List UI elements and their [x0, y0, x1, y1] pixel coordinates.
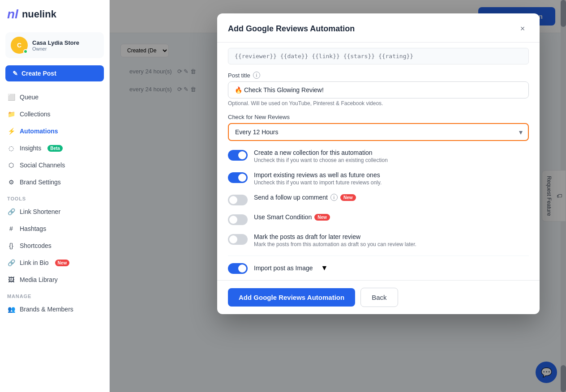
main-content: Add Automation Created (De every 24 hour…: [110, 0, 566, 392]
import-image-title: Import post as Image: [254, 264, 313, 272]
folder-icon: 📁: [7, 110, 15, 118]
sidebar-item-shortcodes[interactable]: {} Shortcodes: [0, 237, 109, 254]
check-reviews-select[interactable]: Every 1 Hour Every 6 Hours Every 12 Hour…: [228, 123, 529, 141]
share-icon: ⬡: [7, 161, 15, 169]
check-reviews-field: Check for New Reviews Every 1 Hour Every…: [228, 114, 529, 141]
create-post-button[interactable]: ✎ Create Post: [5, 65, 104, 81]
sidebar-item-label: Insights: [20, 145, 41, 152]
sidebar-item-label: Shortcodes: [20, 242, 51, 249]
follow-up-title: Send a follow up comment i New: [254, 194, 529, 201]
post-title-field: Post title i Optional. Will be used on Y…: [228, 72, 529, 107]
expand-icon[interactable]: ▼: [319, 263, 330, 273]
sidebar-item-label: Hashtags: [20, 225, 46, 232]
import-image-row: Import post as Image ▼: [228, 256, 529, 280]
sidebar-item-collections[interactable]: 📁 Collections: [0, 106, 109, 123]
create-collection-toggle[interactable]: [228, 150, 248, 161]
follow-up-info-icon[interactable]: i: [330, 194, 338, 201]
add-automation-modal: Add Google Reviews Automation × {{review…: [217, 13, 540, 314]
post-title-input[interactable]: [228, 81, 529, 98]
users-icon: 👥: [7, 305, 15, 313]
back-button[interactable]: Back: [360, 288, 398, 307]
image-icon: 🖼: [7, 276, 15, 284]
follow-up-new-badge: New: [340, 194, 356, 201]
sidebar-item-label: Link in Bio: [20, 259, 49, 266]
create-collection-content: Create a new collection for this automat…: [254, 149, 529, 163]
create-post-icon: ✎: [13, 70, 18, 77]
chart-icon: ◌: [7, 144, 15, 152]
braces-icon: {}: [7, 242, 15, 250]
post-title-hint: Optional. Will be used on YouTube, Pinte…: [228, 100, 529, 107]
user-card[interactable]: C Casa Lydia Store Owner: [5, 32, 104, 58]
mark-draft-toggle-row: Mark the posts as draft for later review…: [228, 233, 529, 247]
sidebar-item-automations[interactable]: ⚡ Automations: [0, 123, 109, 140]
smart-condition-content: Use Smart Condition New: [254, 213, 529, 221]
sidebar-item-queue[interactable]: ⬜ Queue: [0, 89, 109, 106]
logo-text: nuelink: [22, 9, 56, 20]
logo: nl nuelink: [0, 7, 109, 29]
mark-draft-toggle[interactable]: [228, 234, 248, 245]
manage-section-label: MANAGE: [0, 288, 109, 301]
create-collection-desc: Uncheck this if you want to choose an ex…: [254, 157, 529, 163]
sidebar-item-link-in-bio[interactable]: 🔗 Link in Bio New: [0, 254, 109, 271]
link-icon: 🔗: [7, 208, 15, 216]
sidebar-item-label: Link Shortener: [20, 208, 60, 215]
smart-condition-title: Use Smart Condition New: [254, 213, 529, 221]
app-container: nl nuelink C Casa Lydia Store Owner ✎ Cr…: [0, 0, 566, 392]
logo-mark: nl: [7, 7, 18, 21]
follow-up-toggle[interactable]: [228, 195, 248, 205]
user-name: Casa Lydia Store: [32, 39, 79, 46]
sidebar-item-label: Collections: [20, 111, 50, 118]
sidebar-item-label: Social Channels: [20, 162, 65, 169]
post-title-label: Post title i: [228, 72, 529, 79]
sidebar-item-media-library[interactable]: 🖼 Media Library: [0, 271, 109, 288]
tools-section-label: TOOLS: [0, 191, 109, 203]
import-existing-content: Import existing reviews as well as futur…: [254, 171, 529, 186]
smart-condition-toggle-row: Use Smart Condition New: [228, 213, 529, 225]
mark-draft-content: Mark the posts as draft for later review…: [254, 233, 529, 247]
import-image-toggle[interactable]: [228, 263, 248, 274]
lightning-icon: ⚡: [7, 127, 15, 135]
sidebar-item-label: Queue: [20, 94, 39, 101]
smart-condition-toggle[interactable]: [228, 214, 248, 225]
submit-button[interactable]: Add Google Reviews Automation: [228, 288, 355, 307]
sidebar-item-label: Brand Settings: [20, 179, 61, 186]
modal-body: {{reviewer}} {{date}} {{link}} {{stars}}…: [217, 43, 540, 280]
follow-up-content: Send a follow up comment i New: [254, 194, 529, 201]
create-collection-toggle-row: Create a new collection for this automat…: [228, 149, 529, 163]
mark-draft-desc: Mark the posts from this automation as d…: [254, 241, 529, 247]
sidebar-item-brand-settings[interactable]: ⚙ Brand Settings: [0, 174, 109, 191]
sidebar-item-brands-members[interactable]: 👥 Brands & Members: [0, 301, 109, 318]
check-reviews-select-wrapper: Every 1 Hour Every 6 Hours Every 12 Hour…: [228, 123, 529, 141]
smart-condition-new-badge: New: [314, 214, 330, 221]
modal-header: Add Google Reviews Automation ×: [217, 13, 540, 43]
import-existing-toggle-row: Import existing reviews as well as futur…: [228, 171, 529, 186]
create-post-label: Create Post: [21, 70, 56, 77]
template-preview: {{reviewer}} {{date}} {{link}} {{stars}}…: [228, 48, 529, 64]
modal-close-button[interactable]: ×: [516, 22, 529, 35]
link2-icon: 🔗: [7, 259, 15, 267]
avatar: C: [11, 37, 28, 54]
import-existing-title: Import existing reviews as well as futur…: [254, 171, 529, 179]
sidebar-item-label: Media Library: [20, 276, 58, 283]
check-reviews-label: Check for New Reviews: [228, 114, 529, 120]
import-existing-desc: Uncheck this if you want to import futur…: [254, 179, 529, 186]
follow-up-toggle-row: Send a follow up comment i New: [228, 194, 529, 205]
sidebar-item-social-channels[interactable]: ⬡ Social Channels: [0, 157, 109, 174]
avatar-status-dot: [23, 49, 28, 54]
sidebar-item-hashtags[interactable]: # Hashtags: [0, 220, 109, 237]
modal-title: Add Google Reviews Automation: [228, 24, 355, 34]
create-collection-title: Create a new collection for this automat…: [254, 149, 529, 156]
sidebar-item-label: Brands & Members: [20, 306, 73, 313]
mark-draft-title: Mark the posts as draft for later review: [254, 233, 529, 240]
import-existing-toggle[interactable]: [228, 172, 248, 183]
user-info: Casa Lydia Store Owner: [32, 39, 79, 51]
sidebar-item-link-shortener[interactable]: 🔗 Link Shortener: [0, 203, 109, 220]
sidebar-item-insights[interactable]: ◌ Insights Beta: [0, 140, 109, 157]
link-in-bio-badge: New: [55, 260, 70, 266]
gear-icon: ⚙: [7, 178, 15, 186]
sidebar-item-label: Automations: [20, 128, 58, 135]
calendar-icon: ⬜: [7, 93, 15, 101]
post-title-info-icon[interactable]: i: [253, 72, 260, 79]
modal-footer: Add Google Reviews Automation Back: [217, 280, 540, 314]
hashtag-icon: #: [7, 225, 15, 233]
